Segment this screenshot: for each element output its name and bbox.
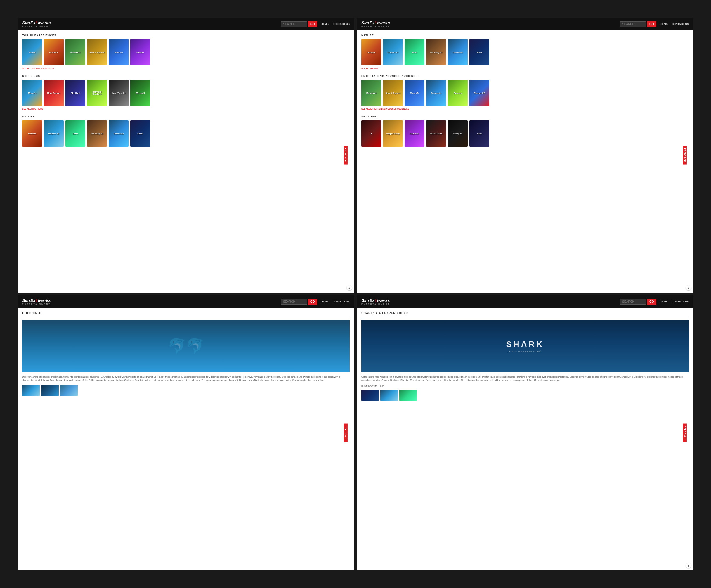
thumb-shark-1[interactable]	[361, 390, 379, 401]
nav-contact-tr[interactable]: CONTACT US	[672, 22, 689, 25]
nav-contact-bl[interactable]: CONTACT US	[333, 300, 350, 303]
dolphin-illustration: 🐬🐬	[168, 338, 204, 355]
search-area-bl: GO	[281, 299, 317, 304]
logo-ex-tr: Ex	[369, 20, 374, 25]
runtime-label: RUNNING TIME: 14:00	[361, 385, 689, 387]
section-title-top4d: TOP 4D EXPERIENCES	[22, 34, 350, 37]
logo: Sim Ex ! Iwerks ENTERTAINMENT	[22, 20, 51, 27]
thumb-1[interactable]	[22, 385, 40, 396]
film-card-bear[interactable]: Bear & Squirrel	[87, 39, 107, 65]
feedback-tab-br[interactable]: FEEDBACK	[683, 424, 687, 442]
scroll-up-btn-br[interactable]: ▲	[686, 563, 691, 568]
film-card-octopus[interactable]: OcToPUs	[44, 39, 64, 65]
film-card-it[interactable]: It	[361, 120, 381, 147]
see-all-ridefilms[interactable]: SEE ALL RIDE FILMS	[22, 108, 350, 110]
search-input[interactable]	[281, 21, 307, 27]
detail-thumbs-shark	[361, 390, 689, 401]
film-card-octonauts[interactable]: Octonauts	[109, 120, 129, 147]
logo-br: Sim Ex ! Iwerks ENTERTAINMENT	[361, 298, 390, 305]
film-card-octonauts-tr[interactable]: Octonauts	[448, 39, 468, 65]
nav-films-br[interactable]: FILMS	[660, 300, 668, 303]
detail-content-dolphin: DOLPHIN 4D 🐬🐬 Discover a world of comple…	[18, 308, 354, 570]
section-title-seasonal: SEASONAL	[361, 115, 689, 118]
search-button-br[interactable]: GO	[647, 299, 656, 304]
film-card-rapunzel[interactable]: Rapunzel	[405, 120, 425, 147]
film-card-mowsland-tr[interactable]: Mowsland	[361, 80, 381, 106]
film-card-thomas-tr[interactable]: Thomas HD	[469, 80, 489, 106]
film-card-shark[interactable]: Shark	[130, 120, 150, 147]
feedback-tab[interactable]: FEEDBACK	[344, 146, 348, 165]
search-input-tr[interactable]	[620, 21, 646, 27]
film-card-gnomes-tr[interactable]: Gnomes	[448, 80, 468, 106]
logo-iwerks-tr: Iwerks	[377, 20, 390, 25]
nav-films-bl[interactable]: FILMS	[321, 300, 329, 303]
film-card-mowsland[interactable]: Mowsland	[65, 39, 85, 65]
film-card-wren-tr[interactable]: Wren 4D	[405, 80, 425, 106]
search-input-br[interactable]	[620, 299, 646, 304]
logo-sim-bl: Sim	[22, 298, 30, 303]
film-card-moana[interactable]: Moana	[22, 39, 42, 65]
see-all-top4d[interactable]: SEE ALL TOP 4D EXPERIENCES	[22, 67, 350, 69]
film-card-moon[interactable]: Moon Thunder	[109, 80, 129, 106]
search-button-tr[interactable]: GO	[647, 21, 656, 27]
film-card-dolphin[interactable]: Dolphin 4D	[44, 120, 64, 147]
thumb-2[interactable]	[41, 385, 59, 396]
see-all-younger[interactable]: SEE ALL ENTERTAINING YOUNGER AUDIENCES	[361, 108, 689, 110]
film-card-octonauts2-tr[interactable]: Octonauts	[426, 80, 446, 106]
film-grid-nature-tr: Octopus Dolphin 4D Earth The Long 4D Oct…	[361, 39, 689, 65]
logo-ex: Ex	[30, 20, 35, 25]
film-card-thelong-tr[interactable]: The Long 4D	[426, 39, 446, 65]
shark-main-image: SHARK A 4.D EXPERIENCE®	[361, 320, 689, 372]
shark-subtitle: A 4.D EXPERIENCE®	[506, 350, 544, 353]
logo-sub-bl: ENTERTAINMENT	[22, 303, 51, 305]
nav-contact[interactable]: CONTACT US	[333, 22, 350, 25]
film-card-earth-tr[interactable]: Earth	[405, 39, 425, 65]
film-card-dark[interactable]: Dark	[469, 120, 489, 147]
film-card-skyhunt[interactable]: Sky Hunt	[65, 80, 85, 106]
search-button-bl[interactable]: GO	[308, 299, 317, 304]
film-card-moanas[interactable]: Moana's	[22, 80, 42, 106]
film-card-barnyard[interactable]: Barnyard Breakout	[87, 80, 107, 106]
section-nature: NATURE Octorus Dolphin 4D Earth The Long…	[22, 115, 350, 147]
scroll-up-btn[interactable]: ▲	[347, 285, 352, 291]
nav-links-bl: FILMS CONTACT US	[321, 300, 350, 303]
logo-sub-tr: ENTERTAINMENT	[361, 25, 390, 27]
film-card-earth[interactable]: Earth	[65, 120, 85, 147]
thumb-3[interactable]	[60, 385, 78, 396]
nav-links-tr: FILMS CONTACT US	[660, 22, 689, 25]
scroll-up-btn-tr[interactable]: ▲	[686, 285, 691, 291]
thumb-shark-3[interactable]	[399, 390, 417, 401]
film-card-shark-tr[interactable]: Shark	[469, 39, 489, 65]
film-card-octorus[interactable]: Octorus	[22, 120, 42, 147]
feedback-tab-tr[interactable]: FEEDBACK	[683, 146, 687, 165]
film-card-wren[interactable]: Wren 4D	[109, 39, 129, 65]
nav-films-tr[interactable]: FILMS	[660, 22, 668, 25]
detail-thumbs-dolphin	[22, 385, 350, 396]
detail-title-dolphin: DOLPHIN 4D	[22, 312, 350, 317]
film-card-friday[interactable]: Friday 4D	[448, 120, 468, 147]
section-nature-tr: NATURE Octopus Dolphin 4D Earth The Long…	[361, 34, 689, 69]
film-card-werewolf[interactable]: Werewolf	[130, 80, 150, 106]
search-input-bl[interactable]	[281, 299, 307, 304]
nav-films[interactable]: FILMS	[321, 22, 329, 25]
film-card-octopus-tr[interactable]: Octopus	[361, 39, 381, 65]
section-title-nature: NATURE	[22, 115, 350, 118]
film-card-panic[interactable]: Panic House	[426, 120, 446, 147]
screen-bottom-left: Sim Ex ! Iwerks ENTERTAINMENT GO FILMS C…	[18, 295, 354, 570]
content-area-tr: NATURE Octopus Dolphin 4D Earth The Long…	[357, 30, 693, 293]
film-card-dolphin-tr[interactable]: Dolphin 4D	[383, 39, 403, 65]
film-card-bear-tr[interactable]: Bear & Squirrel	[383, 80, 403, 106]
feedback-tab-bl[interactable]: FEEDBACK	[344, 424, 348, 442]
see-all-nature-tr[interactable]: SEE ALL NATURE	[361, 67, 689, 69]
film-card-wonder[interactable]: Wonder	[130, 39, 150, 65]
section-seasonal: SEASONAL It Happy Family Rapunzel Panic …	[361, 115, 689, 147]
search-button[interactable]: GO	[308, 21, 317, 27]
film-card-thelong[interactable]: The Long 4D	[87, 120, 107, 147]
logo-bang-br: !	[375, 298, 376, 303]
film-grid-younger: Mowsland Bear & Squirrel Wren 4D Octonau…	[361, 80, 689, 106]
search-area-br: GO	[620, 299, 656, 304]
thumb-shark-2[interactable]	[380, 390, 398, 401]
film-card-happy[interactable]: Happy Family	[383, 120, 403, 147]
film-card-marscoaster[interactable]: Mars Coaster	[44, 80, 64, 106]
nav-contact-br[interactable]: CONTACT US	[672, 300, 689, 303]
